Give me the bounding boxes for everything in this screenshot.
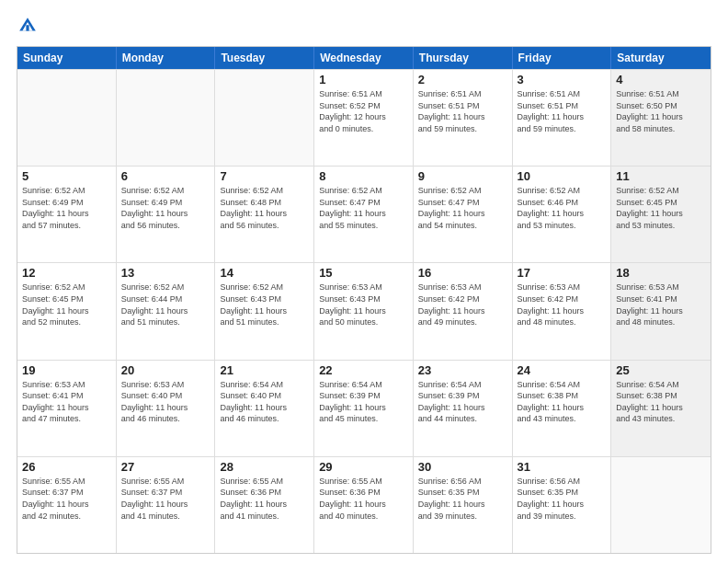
calendar-cell: 8Sunrise: 6:52 AM Sunset: 6:47 PM Daylig… — [314, 167, 414, 262]
day-info: Sunrise: 6:54 AM Sunset: 6:38 PM Dayligh… — [518, 379, 607, 425]
day-number: 29 — [319, 460, 408, 474]
calendar-row: 26Sunrise: 6:55 AM Sunset: 6:37 PM Dayli… — [17, 456, 711, 553]
calendar-cell — [117, 70, 216, 166]
day-number: 25 — [616, 363, 706, 377]
calendar-cell — [215, 70, 314, 166]
weekday-header: Thursday — [414, 47, 513, 69]
calendar-cell: 19Sunrise: 6:53 AM Sunset: 6:41 PM Dayli… — [17, 361, 117, 456]
calendar-cell: 25Sunrise: 6:54 AM Sunset: 6:38 PM Dayli… — [611, 361, 711, 456]
calendar-cell: 30Sunrise: 6:56 AM Sunset: 6:35 PM Dayli… — [414, 457, 513, 553]
calendar-cell: 23Sunrise: 6:54 AM Sunset: 6:39 PM Dayli… — [414, 361, 513, 456]
day-info: Sunrise: 6:52 AM Sunset: 6:46 PM Dayligh… — [518, 185, 607, 231]
calendar-cell: 7Sunrise: 6:52 AM Sunset: 6:48 PM Daylig… — [215, 167, 314, 262]
day-number: 28 — [220, 460, 309, 474]
calendar-cell — [17, 70, 117, 166]
day-info: Sunrise: 6:52 AM Sunset: 6:44 PM Dayligh… — [121, 282, 210, 327]
day-number: 10 — [518, 169, 607, 183]
day-number: 7 — [220, 169, 309, 183]
calendar-row: 1Sunrise: 6:51 AM Sunset: 6:52 PM Daylig… — [17, 69, 711, 166]
day-info: Sunrise: 6:51 AM Sunset: 6:52 PM Dayligh… — [319, 88, 408, 134]
day-info: Sunrise: 6:52 AM Sunset: 6:43 PM Dayligh… — [220, 282, 309, 327]
day-number: 14 — [220, 266, 309, 280]
calendar-row: 12Sunrise: 6:52 AM Sunset: 6:45 PM Dayli… — [17, 262, 711, 359]
day-info: Sunrise: 6:55 AM Sunset: 6:37 PM Dayligh… — [121, 476, 210, 522]
weekday-header: Tuesday — [215, 47, 314, 69]
calendar-cell: 14Sunrise: 6:52 AM Sunset: 6:43 PM Dayli… — [215, 263, 314, 359]
calendar-cell: 22Sunrise: 6:54 AM Sunset: 6:39 PM Dayli… — [314, 361, 414, 456]
day-info: Sunrise: 6:52 AM Sunset: 6:45 PM Dayligh… — [616, 185, 706, 231]
day-info: Sunrise: 6:53 AM Sunset: 6:42 PM Dayligh… — [418, 282, 507, 327]
calendar-cell — [611, 457, 711, 553]
day-number: 2 — [418, 73, 507, 86]
weekday-header: Wednesday — [314, 47, 414, 69]
day-info: Sunrise: 6:55 AM Sunset: 6:37 PM Dayligh… — [22, 476, 111, 522]
day-number: 26 — [22, 460, 111, 474]
day-info: Sunrise: 6:53 AM Sunset: 6:41 PM Dayligh… — [616, 282, 706, 327]
calendar-row: 19Sunrise: 6:53 AM Sunset: 6:41 PM Dayli… — [17, 360, 711, 456]
day-info: Sunrise: 6:51 AM Sunset: 6:50 PM Dayligh… — [616, 88, 706, 134]
day-number: 12 — [22, 266, 111, 280]
calendar-cell: 15Sunrise: 6:53 AM Sunset: 6:43 PM Dayli… — [314, 263, 414, 359]
calendar-cell: 28Sunrise: 6:55 AM Sunset: 6:36 PM Dayli… — [215, 457, 314, 553]
day-info: Sunrise: 6:54 AM Sunset: 6:39 PM Dayligh… — [319, 379, 408, 425]
day-number: 6 — [121, 169, 210, 183]
day-number: 24 — [518, 363, 607, 377]
calendar-cell: 31Sunrise: 6:56 AM Sunset: 6:35 PM Dayli… — [513, 457, 612, 553]
svg-rect-2 — [26, 25, 28, 30]
calendar-cell: 18Sunrise: 6:53 AM Sunset: 6:41 PM Dayli… — [611, 263, 711, 359]
logo — [17, 15, 42, 37]
calendar-cell: 20Sunrise: 6:53 AM Sunset: 6:40 PM Dayli… — [117, 361, 216, 456]
day-number: 13 — [121, 266, 210, 280]
day-number: 30 — [418, 460, 507, 474]
calendar-cell: 10Sunrise: 6:52 AM Sunset: 6:46 PM Dayli… — [513, 167, 612, 262]
calendar-header: SundayMondayTuesdayWednesdayThursdayFrid… — [17, 47, 711, 69]
day-number: 20 — [121, 363, 210, 377]
calendar-cell: 5Sunrise: 6:52 AM Sunset: 6:49 PM Daylig… — [17, 167, 117, 262]
calendar-cell: 21Sunrise: 6:54 AM Sunset: 6:40 PM Dayli… — [215, 361, 314, 456]
day-info: Sunrise: 6:53 AM Sunset: 6:40 PM Dayligh… — [121, 379, 210, 425]
day-info: Sunrise: 6:52 AM Sunset: 6:49 PM Dayligh… — [121, 185, 210, 231]
day-info: Sunrise: 6:52 AM Sunset: 6:45 PM Dayligh… — [22, 282, 111, 327]
calendar-page: SundayMondayTuesdayWednesdayThursdayFrid… — [0, 0, 728, 563]
day-info: Sunrise: 6:52 AM Sunset: 6:47 PM Dayligh… — [319, 185, 408, 231]
day-info: Sunrise: 6:53 AM Sunset: 6:41 PM Dayligh… — [22, 379, 111, 425]
day-info: Sunrise: 6:51 AM Sunset: 6:51 PM Dayligh… — [418, 88, 507, 134]
day-info: Sunrise: 6:53 AM Sunset: 6:42 PM Dayligh… — [518, 282, 607, 327]
day-number: 16 — [418, 266, 507, 280]
calendar-cell: 17Sunrise: 6:53 AM Sunset: 6:42 PM Dayli… — [513, 263, 612, 359]
day-number: 3 — [518, 73, 607, 86]
calendar-cell: 11Sunrise: 6:52 AM Sunset: 6:45 PM Dayli… — [611, 167, 711, 262]
day-info: Sunrise: 6:52 AM Sunset: 6:48 PM Dayligh… — [220, 185, 309, 231]
calendar-cell: 24Sunrise: 6:54 AM Sunset: 6:38 PM Dayli… — [513, 361, 612, 456]
day-number: 19 — [22, 363, 111, 377]
day-number: 23 — [418, 363, 507, 377]
day-info: Sunrise: 6:52 AM Sunset: 6:49 PM Dayligh… — [22, 185, 111, 231]
calendar-cell: 2Sunrise: 6:51 AM Sunset: 6:51 PM Daylig… — [414, 70, 513, 166]
logo-icon — [17, 15, 39, 37]
day-number: 31 — [518, 460, 607, 474]
day-number: 18 — [616, 266, 706, 280]
day-number: 9 — [418, 169, 507, 183]
weekday-header: Friday — [513, 47, 612, 69]
weekday-header: Monday — [117, 47, 216, 69]
day-info: Sunrise: 6:56 AM Sunset: 6:35 PM Dayligh… — [418, 476, 507, 522]
day-number: 27 — [121, 460, 210, 474]
day-number: 8 — [319, 169, 408, 183]
calendar-cell: 3Sunrise: 6:51 AM Sunset: 6:51 PM Daylig… — [513, 70, 612, 166]
day-info: Sunrise: 6:53 AM Sunset: 6:43 PM Dayligh… — [319, 282, 408, 327]
day-info: Sunrise: 6:52 AM Sunset: 6:47 PM Dayligh… — [418, 185, 507, 231]
calendar-cell: 16Sunrise: 6:53 AM Sunset: 6:42 PM Dayli… — [414, 263, 513, 359]
calendar-cell: 26Sunrise: 6:55 AM Sunset: 6:37 PM Dayli… — [17, 457, 117, 553]
day-info: Sunrise: 6:54 AM Sunset: 6:39 PM Dayligh… — [418, 379, 507, 425]
day-number: 15 — [319, 266, 408, 280]
day-number: 11 — [616, 169, 706, 183]
day-number: 21 — [220, 363, 309, 377]
calendar-cell: 12Sunrise: 6:52 AM Sunset: 6:45 PM Dayli… — [17, 263, 117, 359]
day-info: Sunrise: 6:54 AM Sunset: 6:38 PM Dayligh… — [616, 379, 706, 425]
page-header — [17, 15, 711, 37]
day-info: Sunrise: 6:56 AM Sunset: 6:35 PM Dayligh… — [518, 476, 607, 522]
day-number: 17 — [518, 266, 607, 280]
day-number: 1 — [319, 73, 408, 86]
calendar-cell: 1Sunrise: 6:51 AM Sunset: 6:52 PM Daylig… — [314, 70, 414, 166]
day-info: Sunrise: 6:55 AM Sunset: 6:36 PM Dayligh… — [220, 476, 309, 522]
